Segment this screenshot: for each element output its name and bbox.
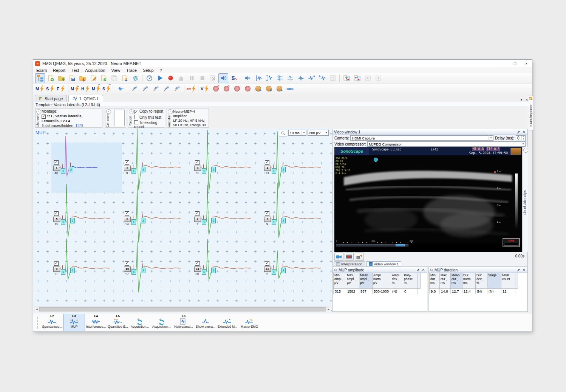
sound-icon[interactable] xyxy=(218,73,228,83)
marker-1-flag[interactable]: 1 xyxy=(131,168,136,174)
needle-emg-icon-2[interactable] xyxy=(141,84,150,94)
fn-macro-emg[interactable]: Macro-EMG xyxy=(238,314,260,331)
marker-2-flag[interactable]: 2 xyxy=(70,218,75,223)
trace-checkbox[interactable]: ✓ xyxy=(125,160,129,165)
edit-exam-icon[interactable] xyxy=(88,73,98,83)
marker-1-flag[interactable]: 1 xyxy=(61,168,65,174)
head-audio-icon-3[interactable] xyxy=(274,84,284,94)
mup-trace-area[interactable]: MUP 10 ms▼ 200 µV▼ ✓14012✓2912✓3512✓4131… xyxy=(34,129,332,313)
needle-emg-icon-3[interactable] xyxy=(151,84,161,94)
marker-2-flag[interactable]: 2 xyxy=(211,218,216,223)
sound-playback-icon[interactable] xyxy=(243,73,253,83)
v-test-icon[interactable]: V xyxy=(200,84,210,94)
marker-1-flag[interactable]: 1 xyxy=(272,269,276,275)
br-test-icon[interactable]: BR xyxy=(186,84,196,94)
spin-down-icon[interactable]: ▼ xyxy=(522,138,525,140)
trace-number[interactable]: 11 xyxy=(194,266,201,272)
column-header[interactable]: Ampl. norm, µV xyxy=(373,273,391,289)
amplitude-scale-icon[interactable] xyxy=(254,73,263,83)
fn-spontaneou-[interactable]: F2Spontaneou... xyxy=(41,314,63,331)
mup-trace-10[interactable]: ✓101712 xyxy=(124,266,184,278)
column-header[interactable]: MUP count xyxy=(501,273,515,289)
marker-1-flag[interactable]: 1 xyxy=(61,219,65,225)
trace-checkbox[interactable]: ✓ xyxy=(195,211,199,216)
marker-1-flag[interactable]: 1 xyxy=(61,269,65,275)
mup-trace-8[interactable]: ✓8912 xyxy=(264,217,325,228)
mup-trace-3[interactable]: ✓3512 xyxy=(194,166,255,177)
exam-inspector-tab[interactable]: Exam inspector xyxy=(529,96,534,130)
patient-data-icon[interactable] xyxy=(120,73,130,83)
montage-checkbox[interactable]: ✓ xyxy=(42,115,46,119)
brain-stim-icon[interactable]: ϟ xyxy=(211,84,221,94)
pin-icon[interactable] xyxy=(517,268,521,272)
marker-1-flag[interactable]: 1 xyxy=(202,219,206,225)
column-header[interactable]: Poly- phase, % xyxy=(403,273,418,289)
camera-select[interactable]: HDMI Capture▼ xyxy=(350,135,493,141)
brain-map-icon[interactable] xyxy=(243,84,252,94)
trace-checkbox[interactable]: ✓ xyxy=(125,261,129,266)
marker-1-flag[interactable]: 1 xyxy=(131,269,136,275)
trace-checkbox[interactable]: ✓ xyxy=(265,211,269,216)
copy-to-report-2-icon[interactable] xyxy=(352,73,362,83)
fn-extended-m-[interactable]: Extended M... xyxy=(217,314,238,331)
marker-1-flag[interactable]: 1 xyxy=(202,269,206,275)
menu-setup[interactable]: Setup xyxy=(140,68,157,73)
column-header[interactable]: Dur. norm, ms xyxy=(462,273,476,289)
copy-to-report-icon[interactable] xyxy=(342,73,351,83)
marker-1-flag[interactable]: 1 xyxy=(131,219,136,225)
marker-2-flag[interactable]: 2 xyxy=(141,167,145,172)
fn-interference-[interactable]: F4Interference... xyxy=(85,314,107,331)
fn-native-anal-[interactable]: F6Native/anal... xyxy=(173,314,195,331)
raster-view-icon[interactable] xyxy=(275,73,285,83)
open-exam-icon[interactable] xyxy=(56,73,66,83)
single-trace-icon[interactable] xyxy=(296,73,306,83)
title-bar[interactable]: ~ EMG QEMG, 55 years, 25.12.2020 - Neuro… xyxy=(33,60,532,67)
trace-checkbox[interactable]: ✓ xyxy=(265,160,269,165)
menu-report[interactable]: Report xyxy=(50,68,68,73)
column-header[interactable]: Mean ampl., µV xyxy=(359,273,373,289)
comment-box[interactable] xyxy=(114,110,125,126)
snapshot-button[interactable] xyxy=(355,253,364,261)
trace-number[interactable]: 8 xyxy=(264,217,271,222)
trace-number[interactable]: 9 xyxy=(53,266,60,272)
trace-checkbox[interactable]: ✓ xyxy=(265,261,269,266)
marker-2-flag[interactable]: 2 xyxy=(141,268,145,273)
record-icon[interactable] xyxy=(165,73,175,83)
exam-manager-icon[interactable] xyxy=(35,73,45,83)
trace-number[interactable]: 6 xyxy=(124,217,131,222)
trace-number[interactable]: 5 xyxy=(53,217,60,222)
scrollbar-thumb[interactable] xyxy=(39,307,326,311)
f-wave-test-icon[interactable]: F xyxy=(56,84,66,94)
amplitude-scale-select[interactable]: 200 µV▼ xyxy=(308,130,329,136)
scroll-right-icon[interactable]: ▶ xyxy=(326,307,331,312)
fn-quantitive-e-[interactable]: F5Quantitive E... xyxy=(107,314,129,331)
video-tab-interpretation[interactable]: Interpretation xyxy=(334,261,365,267)
trace-checkbox[interactable]: ✓ xyxy=(195,160,199,165)
more-tests-icon[interactable]: »»» xyxy=(285,84,295,94)
zoom-button[interactable] xyxy=(279,130,287,136)
reload-curves-icon[interactable] xyxy=(130,73,140,83)
marker-2-flag[interactable]: 2 xyxy=(211,167,216,172)
chevron-down-icon[interactable]: ▼ xyxy=(520,98,523,102)
s-wave-test-icon[interactable]: S xyxy=(46,84,56,94)
close-panel-icon[interactable]: ✕ xyxy=(421,268,425,272)
video-window-header[interactable]: Video window 1 ✕ xyxy=(332,129,527,135)
marker-1-flag[interactable]: 1 xyxy=(202,168,206,174)
ultrasound-view[interactable]: SonoScape SonoScape Clinic L742 MI 0.8 T… xyxy=(334,147,522,252)
maximize-button[interactable]: □ xyxy=(509,60,521,67)
m-avg-test-icon[interactable]: M▔ xyxy=(91,84,101,94)
mup-trace-9[interactable]: ✓9812 xyxy=(53,266,114,278)
pin-icon[interactable] xyxy=(517,130,521,134)
start-test-icon[interactable] xyxy=(155,73,165,83)
stimulator-icon[interactable] xyxy=(144,73,154,83)
head-audio-icon-2[interactable] xyxy=(264,84,274,94)
spontaneous-emg-icon[interactable] xyxy=(116,84,126,94)
close-button[interactable]: × xyxy=(521,60,532,67)
marker-2-flag[interactable]: 2 xyxy=(141,218,145,223)
collapse-clips-icon[interactable]: ‹ xyxy=(523,148,528,153)
trace-number[interactable]: 10 xyxy=(124,266,131,272)
fn-show-avera-[interactable]: Show avera... xyxy=(195,314,217,331)
marker-2-flag[interactable]: 2 xyxy=(211,268,216,273)
mup-trace-5[interactable]: ✓51512 xyxy=(53,217,114,228)
delay-input[interactable]: 0 ▲▼ xyxy=(516,135,526,141)
